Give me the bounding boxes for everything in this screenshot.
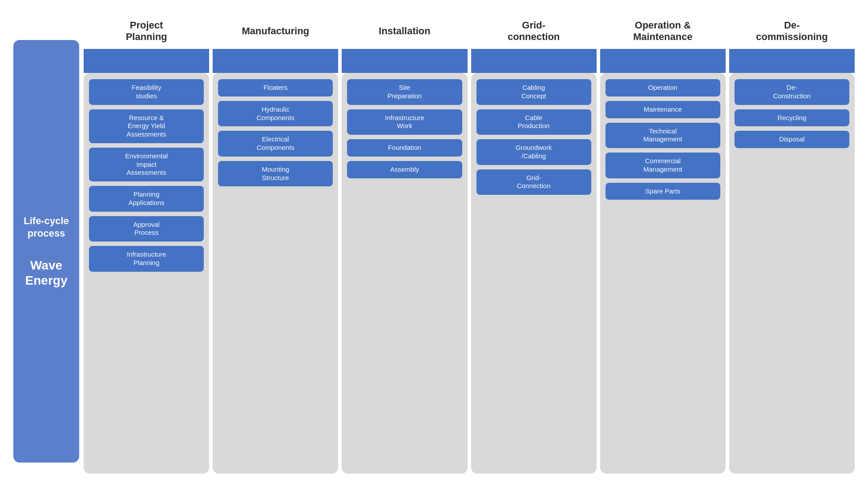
item-manufacturing-3[interactable]: Mounting Structure: [218, 161, 333, 187]
wave-energy-label: Wave Energy: [25, 258, 68, 288]
item-decommissioning-0[interactable]: De- Construction: [735, 79, 849, 105]
item-manufacturing-0[interactable]: Floaters: [218, 79, 333, 97]
item-operation-maintenance-1[interactable]: Maintenance: [606, 101, 720, 118]
item-installation-0[interactable]: Site Preparation: [347, 79, 462, 105]
item-operation-maintenance-2[interactable]: Technical Management: [606, 123, 720, 149]
phase-project-planning: Project PlanningFeasibility studiesResou…: [84, 13, 209, 474]
phase-header-project-planning: Project Planning: [84, 13, 209, 49]
phase-body-project-planning: Feasibility studiesResource & Energy Yie…: [84, 73, 209, 474]
phases-container: Project PlanningFeasibility studiesResou…: [84, 13, 855, 474]
item-manufacturing-2[interactable]: Electrical Components: [218, 131, 333, 157]
item-grid-connection-1[interactable]: Cable Production: [476, 109, 591, 135]
item-decommissioning-1[interactable]: Recycling: [735, 109, 849, 127]
phase-decommissioning: De- commissioningDe- ConstructionRecycli…: [729, 13, 855, 474]
item-project-planning-0[interactable]: Feasibility studies: [89, 79, 204, 105]
phase-manufacturing: ManufacturingFloatersHydraulic Component…: [213, 13, 338, 474]
lifecycle-diagram: Life-cycle process Wave Energy Project P…: [0, 0, 868, 487]
lifecycle-title: Life-cycle process: [24, 215, 69, 240]
item-project-planning-3[interactable]: Planning Applications: [89, 186, 204, 212]
item-operation-maintenance-3[interactable]: Commercial Management: [606, 153, 720, 178]
item-project-planning-2[interactable]: Environmental Impact Assessments: [89, 148, 204, 181]
phase-body-installation: Site PreparationInfrastructure WorkFound…: [342, 73, 467, 474]
phase-installation: InstallationSite PreparationInfrastructu…: [342, 13, 467, 474]
item-manufacturing-1[interactable]: Hydraulic Components: [218, 101, 333, 127]
item-installation-1[interactable]: Infrastructure Work: [347, 109, 462, 135]
item-grid-connection-0[interactable]: Cabling Concept: [476, 79, 591, 105]
lifecycle-column: Life-cycle process Wave Energy: [13, 40, 79, 463]
phase-header-decommissioning: De- commissioning: [729, 13, 855, 49]
phase-operation-maintenance: Operation & MaintenanceOperationMaintena…: [600, 13, 726, 474]
item-grid-connection-2[interactable]: Groundwork /Cabling: [476, 139, 591, 165]
item-installation-3[interactable]: Assembly: [347, 161, 462, 178]
item-grid-connection-3[interactable]: Grid- Connection: [476, 169, 591, 195]
phase-header-operation-maintenance: Operation & Maintenance: [600, 13, 726, 49]
item-operation-maintenance-4[interactable]: Spare Parts: [606, 183, 720, 200]
item-project-planning-5[interactable]: Infrastructure Planning: [89, 246, 204, 272]
item-project-planning-4[interactable]: Approval Process: [89, 216, 204, 242]
phase-header-grid-connection: Grid- connection: [471, 13, 597, 49]
phase-grid-connection: Grid- connectionCabling ConceptCable Pro…: [471, 13, 597, 474]
phase-body-operation-maintenance: OperationMaintenanceTechnical Management…: [600, 73, 726, 474]
phase-body-decommissioning: De- ConstructionRecyclingDisposal: [729, 73, 855, 474]
item-project-planning-1[interactable]: Resource & Energy Yield Assessments: [89, 109, 204, 143]
item-decommissioning-2[interactable]: Disposal: [735, 131, 849, 148]
phase-body-manufacturing: FloatersHydraulic ComponentsElectrical C…: [213, 73, 338, 474]
item-installation-2[interactable]: Foundation: [347, 139, 462, 157]
phase-header-installation: Installation: [342, 13, 467, 49]
phase-body-grid-connection: Cabling ConceptCable ProductionGroundwor…: [471, 73, 597, 474]
phase-header-manufacturing: Manufacturing: [213, 13, 338, 49]
item-operation-maintenance-0[interactable]: Operation: [606, 79, 720, 97]
